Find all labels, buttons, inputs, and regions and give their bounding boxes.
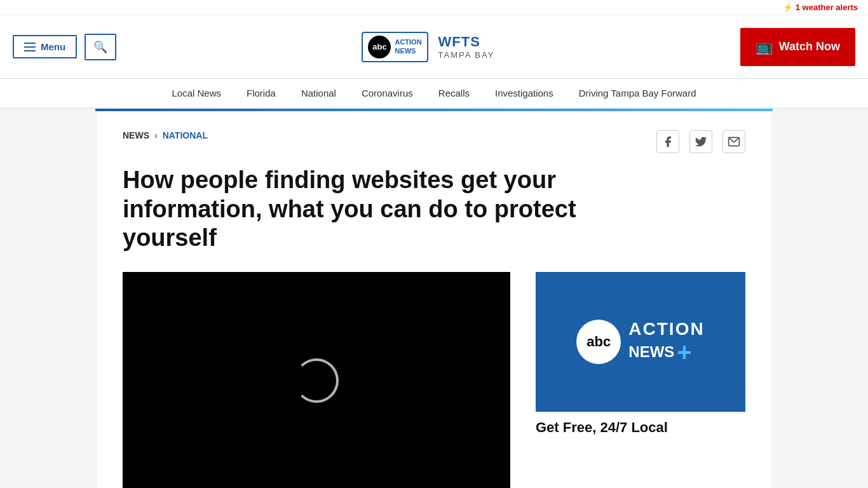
plus-label: + <box>677 339 691 365</box>
action-label: ACTION <box>628 319 704 339</box>
abc-big-circle: abc <box>576 320 621 364</box>
breadcrumb: NEWS › NATIONAL <box>123 130 208 140</box>
search-icon: 🔍 <box>93 41 107 53</box>
news-label: NEWS <box>628 343 674 361</box>
email-share-icon[interactable] <box>722 130 745 153</box>
breadcrumb-chevron: › <box>154 130 158 140</box>
header-left: Menu 🔍 <box>13 34 116 60</box>
site-header: Menu 🔍 abc ACTIONNEWS WFTS TAMPA BAY 📺 W… <box>0 15 868 79</box>
tv-icon: 📺 <box>756 39 773 55</box>
loading-spinner <box>294 358 339 403</box>
watch-now-button[interactable]: 📺 Watch Now <box>740 28 855 66</box>
social-share-icons <box>656 130 745 153</box>
station-name: WFTS TAMPA BAY <box>438 34 495 60</box>
menu-label: Menu <box>41 41 65 52</box>
breadcrumb-row: NEWS › NATIONAL <box>123 130 745 153</box>
sidebar-advertisement: abc ACTION NEWS + Get Free, 24/7 Local <box>536 272 745 488</box>
site-logo[interactable]: abc ACTIONNEWS WFTS TAMPA BAY <box>362 32 494 62</box>
nav-recalls[interactable]: Recalls <box>438 88 470 98</box>
weather-alert-text: 1 weather alerts <box>796 3 858 12</box>
breadcrumb-national[interactable]: NATIONAL <box>163 130 208 140</box>
banner-logo-row: abc ACTION NEWS + <box>576 319 704 365</box>
twitter-share-icon[interactable] <box>689 130 712 153</box>
abc-circle: abc <box>368 36 391 58</box>
hamburger-icon <box>24 43 36 51</box>
nav-national[interactable]: National <box>301 88 336 98</box>
nav-driving-tampa-bay[interactable]: Driving Tampa Bay Forward <box>579 88 696 98</box>
article-title: How people finding websites get your inf… <box>123 166 631 253</box>
banner-inner: abc ACTION NEWS + <box>536 272 745 412</box>
menu-button[interactable]: Menu <box>13 35 77 58</box>
weather-alert-icon: ⚡ <box>783 3 793 12</box>
nav-florida[interactable]: Florida <box>247 88 276 98</box>
action-news-text: ACTIONNEWS <box>395 38 421 55</box>
get-free-section: Get Free, 24/7 Local <box>536 412 745 444</box>
article-container: NEWS › NATIONAL How people finding websi… <box>97 111 771 488</box>
nav-local-news[interactable]: Local News <box>172 88 221 98</box>
watch-now-label: Watch Now <box>779 40 840 53</box>
abc-news-plus-banner[interactable]: abc ACTION NEWS + <box>536 272 745 412</box>
nav-investigations[interactable]: Investigations <box>495 88 553 98</box>
tampa-bay-label: TAMPA BAY <box>438 50 495 60</box>
action-news-block: ACTION NEWS + <box>628 319 704 365</box>
wfts-label: WFTS <box>438 34 495 50</box>
nav-coronavirus[interactable]: Coronavirus <box>362 88 413 98</box>
weather-alert-bar[interactable]: ⚡ 1 weather alerts <box>0 0 868 15</box>
search-button[interactable]: 🔍 <box>85 34 116 60</box>
video-player[interactable] <box>123 272 510 488</box>
main-navigation: Local News Florida National Coronavirus … <box>0 79 868 109</box>
logo-box: abc ACTIONNEWS <box>362 32 428 62</box>
news-plus-row: NEWS + <box>628 339 691 365</box>
content-grid: abc ACTION NEWS + Get Free, 24/7 Local <box>123 272 745 488</box>
facebook-share-icon[interactable] <box>656 130 679 153</box>
get-free-text: Get Free, 24/7 Local <box>536 419 668 435</box>
breadcrumb-news: NEWS <box>123 130 149 140</box>
